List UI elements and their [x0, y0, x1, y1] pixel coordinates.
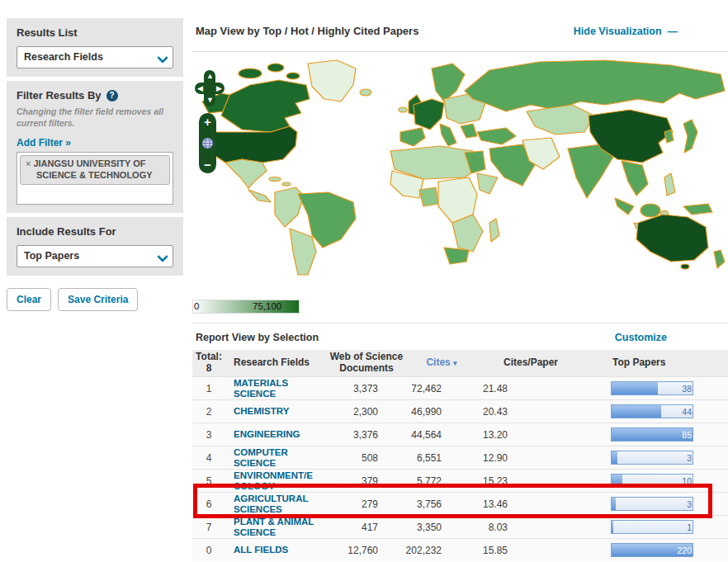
docs-cell: 279: [329, 498, 404, 510]
rank-cell: 3: [192, 429, 225, 441]
rank-cell: 0: [192, 545, 225, 556]
field-link[interactable]: ENGINEERING: [225, 429, 329, 440]
zoom-out-icon[interactable]: −: [204, 158, 211, 171]
results-list-selected-value: Research Fields: [24, 51, 103, 63]
customize-link[interactable]: Customize: [615, 332, 728, 343]
filter-tag-label: JIANGSU UNIVERSITY OF SCIENCE & TECHNOLO…: [33, 158, 152, 180]
world-choropleth-map[interactable]: [192, 54, 728, 295]
cites-cell: 6,551: [404, 452, 479, 464]
chevron-down-icon: [158, 253, 166, 260]
field-link[interactable]: CHEMISTRY: [225, 406, 329, 417]
top-papers-value: 44: [682, 407, 692, 417]
column-header-cites-per-paper[interactable]: Cites/Paper: [479, 357, 553, 369]
top-papers-value: 3: [687, 499, 692, 509]
table-row: 3 ENGINEERING 3,376 44,564 13.20 85: [192, 423, 728, 446]
include-results-section: Include Results For Top Papers: [7, 217, 183, 276]
field-link[interactable]: AGRICULTURAL SCIENCES: [225, 494, 329, 514]
top-papers-bar: 10: [611, 474, 693, 488]
cites-per-paper-cell: 12.90: [479, 452, 553, 464]
field-link[interactable]: COMPUTER SCIENCE: [225, 447, 329, 468]
map-pan-control: ▲ ▼ ◀ ▶: [195, 70, 225, 106]
top-papers-bar: 3: [611, 497, 693, 511]
column-header-wos-documents[interactable]: Web of Science Documents: [329, 352, 404, 375]
rank-cell: 5: [192, 475, 225, 487]
report-table: Total: 8 Research Fields Web of Science …: [192, 350, 728, 561]
legend-max-label: 75,100: [253, 301, 281, 311]
field-link[interactable]: MATERIALS SCIENCE: [225, 378, 329, 399]
table-row: 6 AGRICULTURAL SCIENCES 279 3,756 13.46 …: [192, 492, 728, 515]
top-papers-bar: 220: [611, 543, 693, 557]
field-link[interactable]: ALL FIELDS: [225, 545, 329, 555]
field-link[interactable]: PLANT & ANIMAL SCIENCE: [225, 517, 329, 537]
cites-cell: 202,232: [404, 545, 479, 556]
results-list-dropdown[interactable]: Research Fields: [17, 46, 173, 68]
results-list-label: Results List: [17, 26, 173, 39]
map-zoom-control: + −: [199, 113, 216, 173]
save-criteria-button[interactable]: Save Criteria: [58, 288, 138, 311]
map-view-title: Map View by Top / Hot / Highly Cited Pap…: [196, 25, 418, 37]
clear-button[interactable]: Clear: [7, 288, 51, 311]
rank-cell: 1: [192, 383, 225, 394]
top-papers-bar-fill: [612, 405, 661, 418]
help-icon[interactable]: ?: [106, 90, 118, 102]
filter-results-section: Filter Results By ? Changing the filter …: [7, 81, 183, 213]
top-papers-bar-fill: [612, 382, 658, 394]
top-papers-bar: 38: [611, 381, 693, 395]
top-papers-value: 85: [682, 430, 692, 440]
column-header-cites-sorted[interactable]: Cites ▾: [404, 357, 479, 369]
docs-cell: 508: [329, 452, 404, 464]
rank-cell: 4: [192, 452, 225, 464]
pan-down-icon[interactable]: ▼: [206, 97, 214, 104]
filter-results-label: Filter Results By: [17, 89, 102, 102]
filter-tag[interactable]: ×JIANGSU UNIVERSITY OF SCIENCE & TECHNOL…: [20, 155, 170, 185]
field-link[interactable]: ENVIRONMENT/E COLOGY: [225, 470, 329, 491]
cites-cell: 5,772: [404, 475, 479, 487]
hide-visualization-link[interactable]: Hide Visualization —: [574, 26, 728, 37]
results-list-section: Results List Research Fields: [7, 18, 183, 77]
top-papers-bar-fill: [612, 498, 616, 510]
top-papers-bar: 44: [611, 404, 693, 418]
include-results-dropdown[interactable]: Top Papers: [17, 245, 173, 267]
top-papers-bar: 85: [611, 427, 693, 442]
table-row: 2 CHEMISTRY 2,300 46,990 20.43 44: [192, 399, 728, 423]
remove-filter-icon[interactable]: ×: [26, 158, 31, 168]
docs-cell: 379: [329, 475, 404, 487]
cites-per-paper-cell: 21.48: [479, 383, 553, 394]
column-header-research-fields[interactable]: Research Fields: [225, 357, 329, 369]
report-view-title: Report View by Selection: [196, 332, 319, 343]
map-visualization-panel: ▲ ▼ ◀ ▶ + − 0 75,100: [192, 51, 728, 324]
top-papers-bar-fill: [612, 428, 693, 441]
cites-cell: 3,756: [404, 498, 479, 510]
top-papers-value: 38: [682, 384, 692, 394]
docs-cell: 417: [329, 522, 404, 533]
globe-icon[interactable]: [201, 137, 214, 149]
docs-cell: 12,760: [329, 545, 404, 556]
column-header-top-papers[interactable]: Top Papers: [553, 357, 728, 369]
active-filters-box: ×JIANGSU UNIVERSITY OF SCIENCE & TECHNOL…: [17, 152, 173, 205]
top-papers-value: 220: [677, 545, 692, 555]
filter-sidebar: Results List Research Fields Filter Resu…: [7, 18, 183, 311]
table-row: 5 ENVIRONMENT/E COLOGY 379 5,772 15.23 1…: [192, 469, 728, 492]
rank-cell: 2: [192, 406, 225, 418]
legend-min-label: 0: [194, 301, 199, 311]
cites-per-paper-cell: 13.20: [479, 429, 553, 441]
cites-per-paper-cell: 15.23: [479, 475, 553, 487]
add-filter-link[interactable]: Add Filter »: [17, 137, 71, 149]
table-header-row: Total: 8 Research Fields Web of Science …: [192, 350, 728, 376]
rank-cell: 6: [192, 498, 225, 510]
top-papers-bar-fill: [612, 521, 613, 533]
table-row: 7 PLANT & ANIMAL SCIENCE 417 3,350 8.03 …: [192, 515, 728, 538]
top-papers-bar: 1: [611, 520, 693, 534]
cites-per-paper-cell: 15.85: [479, 545, 553, 556]
zoom-in-icon[interactable]: +: [204, 116, 211, 128]
table-row: 1 MATERIALS SCIENCE 3,373 72,462 21.48 3…: [192, 376, 728, 399]
cites-cell: 3,350: [404, 522, 479, 533]
top-papers-bar-fill: [612, 451, 617, 464]
top-papers-value: 3: [687, 453, 692, 463]
pan-left-icon[interactable]: ◀: [197, 85, 203, 92]
pan-up-icon[interactable]: ▲: [206, 73, 214, 80]
cites-cell: 72,462: [404, 383, 479, 394]
rank-cell: 7: [192, 522, 225, 533]
pan-right-icon[interactable]: ▶: [216, 85, 222, 92]
filter-note: Changing the filter field removes all cu…: [17, 106, 173, 129]
